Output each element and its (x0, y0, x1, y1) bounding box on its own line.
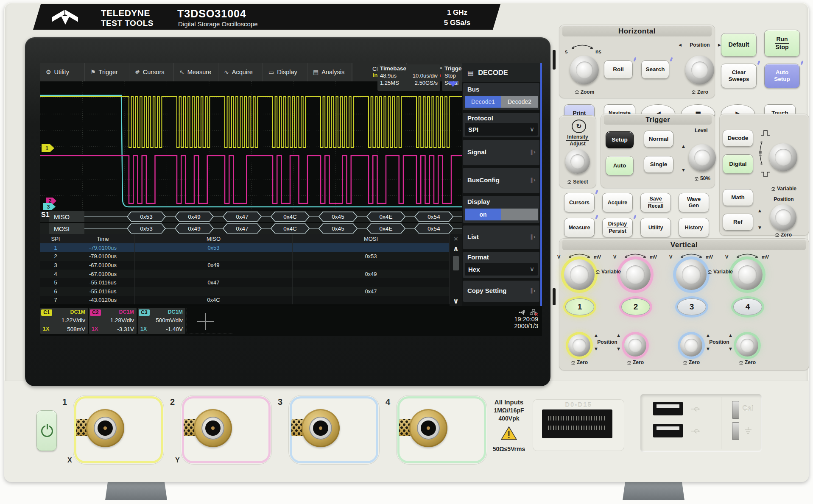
usb-port-1[interactable] (653, 402, 683, 415)
channel-4-button[interactable]: 4 (733, 298, 762, 315)
vertical-position-knob-ch3[interactable] (680, 334, 702, 356)
status-bar: C1 DC1M 1.22V/div 1X 508mV C2 DC1M 1.28V… (40, 306, 542, 336)
table-row[interactable]: 6-55.0116us0x47 (40, 287, 450, 296)
timebase-status[interactable]: Timebase 48.9us10.0us/div 1.25MS2.50GS/s (377, 64, 440, 91)
table-scrollbar[interactable]: ∧ ∨ (450, 234, 462, 306)
bnc-input-4[interactable]: 4 (397, 395, 487, 464)
vertical-position-knob-ch2[interactable] (624, 334, 646, 356)
format-block: Format Hex∨ (463, 252, 539, 278)
table-row[interactable]: 4-67.0100us0x49 (40, 270, 450, 278)
decode1-tab[interactable]: Decode1 (465, 96, 501, 108)
model-subtitle: Digital Storage Oscilloscope (178, 20, 258, 28)
horizontal-scale-knob[interactable] (570, 56, 599, 84)
trigger-setup-button[interactable]: Setup (606, 131, 634, 148)
scroll-thumb[interactable] (453, 256, 459, 270)
bnc-connector[interactable] (302, 409, 340, 447)
vertical-scale-knob-ch3[interactable] (676, 259, 707, 290)
power-button[interactable] (36, 410, 57, 451)
trigger-position-marker[interactable] (448, 81, 458, 87)
copy-setting-block[interactable]: Copy Setting‖› (463, 281, 539, 302)
display-persist-button[interactable]: DisplayPersist (602, 218, 633, 237)
protocol-select[interactable]: SPI∨ (465, 123, 538, 136)
menu-item-utility[interactable]: ⚙ Utility (40, 63, 85, 81)
channel-2-button[interactable]: 2 (621, 298, 650, 315)
scroll-up-icon[interactable]: ∧ (453, 244, 459, 253)
save-recall-button[interactable]: SaveRecall (640, 193, 671, 212)
bnc-input-1[interactable]: 1 X (73, 395, 164, 464)
digital-variable-knob[interactable] (769, 143, 797, 171)
busconfig-block[interactable]: BusConfig‖› (463, 168, 539, 193)
table-row[interactable]: 1-79.0100us0x53 (40, 243, 450, 252)
display-on-toggle[interactable]: on (465, 209, 538, 220)
table-row[interactable]: 7-43.0120us0x4C (40, 296, 450, 305)
submenu-arrow-icon: ‖› (530, 177, 536, 183)
digital-connector[interactable] (542, 409, 612, 438)
table-row[interactable]: 3-67.0100us0x49 (40, 261, 450, 270)
vertical-scale-knob-ch2[interactable] (620, 259, 651, 290)
decode2-tab[interactable]: Decode2 (501, 96, 538, 108)
scroll-down-icon[interactable]: ∨ (453, 297, 459, 305)
vertical-scale-knob-ch4[interactable] (732, 259, 763, 290)
clear-sweeps-button[interactable]: ClearSweeps (721, 64, 757, 88)
level-50pct-label: 50% (689, 175, 716, 181)
zero-label: Zero (565, 359, 594, 365)
auto-setup-button[interactable]: AutoSetup (764, 64, 800, 88)
bnc-connector[interactable] (86, 409, 124, 447)
v-label: V (557, 255, 560, 259)
cursors-button[interactable]: Cursors (564, 193, 595, 212)
trigger-normal-button[interactable]: Normal (644, 131, 673, 148)
oscilloscope-front-panel: TELEDYNE TEST TOOLS T3DSO31004 Digital S… (0, 0, 813, 504)
digital-button[interactable]: Digital (723, 154, 753, 174)
menu-item-analysis[interactable]: ▤ Analysis (307, 63, 352, 81)
menu-item-cursors[interactable]: # Cursors (129, 63, 174, 81)
menu-item-measure[interactable]: ↖ Measure (174, 63, 218, 81)
channel-1-button[interactable]: 1 (565, 298, 594, 315)
bnc-input-2[interactable]: 2 Y (181, 395, 271, 464)
signal-block[interactable]: Signal‖› (463, 140, 539, 165)
run-stop-button[interactable]: RunStop (764, 30, 800, 57)
channel-status-C2[interactable]: C2 DC1M 1.28V/div 1X -3.31V (89, 308, 137, 334)
bnc-connector[interactable] (409, 409, 447, 447)
measure-button[interactable]: Measure (564, 218, 595, 237)
vertical-position-knob-ch4[interactable] (736, 334, 758, 356)
list-block[interactable]: List‖› (463, 226, 539, 249)
rotate-arc-icon (679, 253, 704, 258)
menu-item-display[interactable]: ▭ Display (263, 63, 307, 81)
intensity-knob[interactable] (565, 149, 590, 174)
trigger-single-button[interactable]: Single (644, 156, 673, 173)
protocol-block: Protocol SPI∨ (463, 113, 539, 137)
cal-output-pin[interactable] (732, 401, 739, 419)
acquire-button[interactable]: Acquire (602, 193, 633, 212)
vertical-position-knob-ch1[interactable] (568, 334, 590, 356)
vertical-title: Vertical (562, 240, 806, 250)
table-row[interactable]: 2-79.0100us0x53 (40, 252, 450, 261)
bnc-input-3[interactable]: 3 (289, 395, 379, 464)
channel-status-C1[interactable]: C1 DC1M 1.22V/div 1X 508mV (40, 308, 88, 334)
decode-button[interactable]: Decode (723, 130, 753, 147)
trigger-auto-button[interactable]: Auto (606, 156, 634, 175)
menu-item-trigger[interactable]: ⚑ Trigger (85, 63, 129, 81)
vertical-scale-knob-ch1[interactable] (564, 259, 595, 290)
math-button[interactable]: Math (723, 189, 753, 206)
default-button[interactable]: Default (721, 33, 757, 57)
wave-gen-button[interactable]: WaveGen (679, 193, 709, 212)
utility-button[interactable]: Utility (640, 218, 671, 237)
search-button[interactable]: Search (641, 60, 669, 79)
channel-status-C3[interactable]: C3 DC1M 500mV/div 1X -1.40V (138, 308, 185, 334)
pulse-low-icon (761, 171, 770, 178)
table-close-icon[interactable]: × (451, 235, 461, 243)
trigger-level-knob[interactable] (689, 144, 716, 171)
usb-port-2[interactable] (653, 424, 683, 437)
ref-button[interactable]: Ref (723, 214, 753, 231)
menu-item-acquire[interactable]: ∿ Acquire (218, 63, 263, 81)
ref-position-knob[interactable] (770, 204, 796, 231)
table-row[interactable]: 5-55.0116us0x47 (40, 278, 450, 287)
format-select[interactable]: Hex∨ (465, 263, 538, 276)
cal-ground-pin[interactable] (732, 422, 739, 440)
bnc-connector[interactable] (194, 409, 232, 447)
roll-button[interactable]: Roll (604, 60, 633, 79)
horizontal-position-knob[interactable] (685, 56, 714, 84)
channel-3-button[interactable]: 3 (677, 298, 706, 315)
history-button[interactable]: History (679, 218, 709, 237)
lan-disconnected-icon (530, 309, 538, 316)
